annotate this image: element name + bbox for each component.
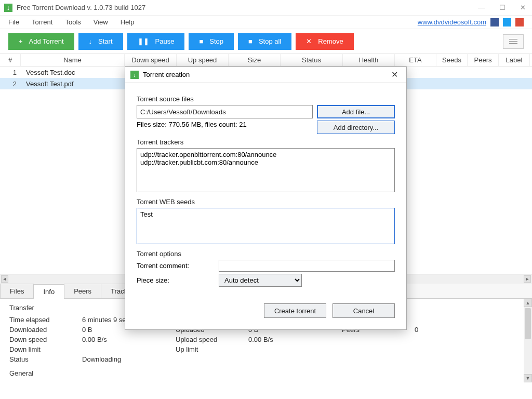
menu-file[interactable]: File — [8, 18, 19, 26]
downloaded-label: Downloaded — [9, 326, 82, 334]
col-size[interactable]: Size — [229, 54, 281, 66]
col-peers[interactable]: Peers — [468, 54, 499, 66]
window-title: Free Torrent Download v. 1.0.73 build 10… — [17, 4, 145, 11]
scroll-down-icon[interactable]: ▼ — [524, 374, 532, 382]
webseeds-label: Torrent WEB seeds — [137, 198, 395, 206]
options-label: Torrent options — [137, 250, 395, 258]
trackers-label: Torrent trackers — [137, 138, 395, 146]
remove-label: Remove — [318, 37, 343, 45]
facebook-icon[interactable] — [490, 18, 499, 26]
app-icon: ↓ — [4, 4, 12, 12]
stop-icon: ■ — [248, 37, 252, 45]
stop-button[interactable]: ■Stop — [189, 33, 234, 50]
webseeds-input[interactable] — [137, 208, 395, 244]
tab-info[interactable]: Info — [33, 284, 64, 299]
add-torrent-label: Add Torrent — [29, 37, 64, 45]
app-icon: ↓ — [130, 71, 139, 79]
stop-icon: ■ — [199, 37, 203, 45]
add-torrent-button[interactable]: +Add Torrent — [8, 33, 74, 50]
col-status[interactable]: Status — [281, 54, 343, 66]
dialog-titlebar: ↓ Torrent creation ✕ — [125, 67, 406, 83]
menubar: File Torrent Tools View Help www.dvdvide… — [0, 16, 532, 29]
menu-tools[interactable]: Tools — [65, 18, 81, 26]
dialog-title: Torrent creation — [143, 71, 190, 78]
comment-input[interactable] — [219, 260, 395, 272]
start-button[interactable]: ↓Start — [78, 33, 123, 50]
twitter-icon[interactable] — [503, 18, 511, 26]
menu-torrent[interactable]: Torrent — [32, 18, 52, 26]
menu-view[interactable]: View — [94, 18, 108, 26]
general-heading: General — [9, 369, 523, 377]
maximize-button[interactable]: ☐ — [497, 4, 508, 11]
col-downspeed[interactable]: Down speed — [125, 54, 177, 66]
col-health[interactable]: Health — [343, 54, 395, 66]
upspeed-value: 0.00 B/s — [248, 336, 342, 343]
stop-all-button[interactable]: ■Stop all — [238, 33, 291, 50]
dialog-close-button[interactable]: ✕ — [388, 69, 401, 81]
cancel-button[interactable]: Cancel — [332, 303, 395, 318]
col-name[interactable]: Name — [21, 54, 125, 66]
downspeed-label: Down speed — [9, 336, 82, 343]
row-name: Vessoft Test.pdf — [21, 80, 74, 88]
add-directory-button[interactable]: Add directory... — [317, 121, 395, 134]
uplimit-value — [248, 345, 342, 353]
minimize-button[interactable]: — — [476, 4, 487, 11]
upspeed-label: Upload speed — [176, 336, 248, 343]
row-num: 1 — [0, 69, 21, 76]
remove-icon: ✕ — [306, 37, 312, 45]
download-icon: ↓ — [89, 37, 92, 45]
downspeed-value: 0.00 B/s — [82, 336, 176, 343]
menu-help[interactable]: Help — [121, 18, 135, 26]
start-label: Start — [98, 37, 112, 45]
col-label[interactable]: Label — [499, 54, 530, 66]
status-value: Downloading — [82, 355, 176, 363]
titlebar: ↓ Free Torrent Download v. 1.0.73 build … — [0, 0, 532, 16]
col-upspeed[interactable]: Up speed — [177, 54, 229, 66]
hamburger-button[interactable] — [503, 34, 524, 49]
googleplus-icon[interactable] — [515, 18, 524, 26]
scroll-thumb[interactable] — [525, 308, 531, 339]
pause-button[interactable]: ❚❚Pause — [127, 33, 185, 50]
time-elapsed-label: Time elapsed — [9, 316, 82, 324]
stop-all-label: Stop all — [259, 37, 281, 45]
status-label: Status — [9, 355, 82, 363]
tab-files[interactable]: Files — [0, 284, 34, 298]
source-path-input[interactable] — [137, 105, 313, 118]
files-info-text: Files size: 770.56 MB, files count: 21 — [137, 121, 313, 134]
tab-peers[interactable]: Peers — [64, 284, 101, 298]
scroll-left-icon[interactable]: ◄ — [1, 275, 8, 283]
remove-button[interactable]: ✕Remove — [296, 33, 353, 50]
toolbar: +Add Torrent ↓Start ❚❚Pause ■Stop ■Stop … — [0, 29, 532, 54]
pause-icon: ❚❚ — [138, 37, 149, 45]
row-num: 2 — [0, 80, 21, 88]
add-file-button[interactable]: Add file... — [317, 105, 395, 118]
uplimit-label: Up limit — [176, 345, 248, 353]
grid-header: # Name Down speed Up speed Size Status H… — [0, 54, 532, 66]
site-link[interactable]: www.dvdvideosoft.com — [418, 18, 486, 26]
vertical-scrollbar[interactable]: ▲ ▼ — [524, 299, 532, 382]
row-name: Vessoft Test.doc — [21, 69, 75, 76]
scroll-up-icon[interactable]: ▲ — [524, 299, 532, 307]
downlimit-label: Down limit — [9, 345, 82, 353]
create-torrent-button[interactable]: Create torrent — [264, 303, 326, 318]
pause-label: Pause — [155, 37, 175, 45]
downlimit-value — [82, 345, 176, 353]
stop-label: Stop — [209, 37, 223, 45]
col-seeds[interactable]: Seeds — [436, 54, 468, 66]
peers-value: 0 — [415, 326, 508, 334]
piece-size-select[interactable]: Auto detect — [219, 274, 302, 287]
plus-icon: + — [19, 37, 23, 45]
close-button[interactable]: ✕ — [518, 4, 528, 11]
piece-size-label: Piece size: — [137, 276, 215, 284]
col-num[interactable]: # — [0, 54, 21, 66]
comment-label: Torrent comment: — [137, 262, 215, 270]
trackers-input[interactable] — [137, 148, 395, 192]
torrent-creation-dialog: ↓ Torrent creation ✕ Torrent source file… — [125, 66, 407, 330]
col-eta[interactable]: ETA — [395, 54, 436, 66]
scroll-right-icon[interactable]: ► — [524, 275, 531, 283]
source-files-label: Torrent source files — [137, 95, 395, 103]
